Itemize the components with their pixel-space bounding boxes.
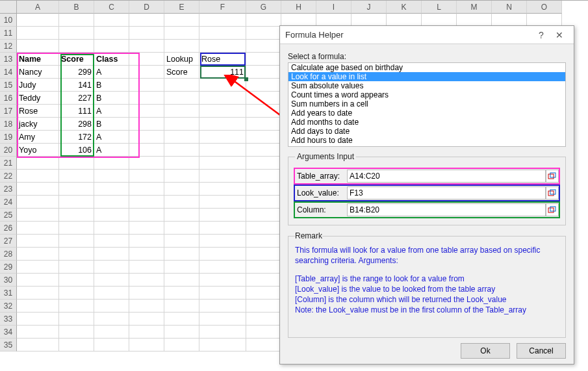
look-value-picker[interactable] <box>546 186 559 199</box>
cell-G16[interactable] <box>246 92 281 105</box>
cell-B22[interactable] <box>59 170 94 183</box>
cell-B16[interactable]: 227 <box>59 92 94 105</box>
cell-B15[interactable]: 141 <box>59 79 94 92</box>
cell-A10[interactable] <box>17 14 59 27</box>
cell-D16[interactable] <box>129 92 164 105</box>
cell-D26[interactable] <box>129 222 164 235</box>
col-C[interactable]: C <box>94 1 129 14</box>
cell-D22[interactable] <box>129 170 164 183</box>
cell-E35[interactable] <box>164 339 199 352</box>
cell-G15[interactable] <box>246 79 281 92</box>
cell-M10[interactable] <box>457 14 492 27</box>
cell-E12[interactable] <box>164 40 199 53</box>
cell-D18[interactable] <box>129 118 164 131</box>
cell-C13[interactable]: Class <box>94 53 129 66</box>
table-array-input[interactable] <box>347 170 546 183</box>
cell-A17[interactable]: Rose <box>17 105 59 118</box>
cell-I10[interactable] <box>316 14 352 27</box>
cell-F33[interactable] <box>199 313 246 326</box>
cell-C30[interactable] <box>94 274 129 287</box>
cell-E15[interactable] <box>164 79 199 92</box>
rowhead-18[interactable]: 18 <box>0 118 17 131</box>
cell-E30[interactable] <box>164 274 199 287</box>
cell-A34[interactable] <box>17 326 59 339</box>
cancel-button[interactable]: Cancel <box>517 343 566 359</box>
rowhead-34[interactable]: 34 <box>0 326 17 339</box>
cell-A11[interactable] <box>17 27 59 40</box>
rowhead-30[interactable]: 30 <box>0 274 17 287</box>
cell-B17[interactable]: 111 <box>59 105 94 118</box>
cell-E21[interactable] <box>164 157 199 170</box>
cell-A20[interactable]: Yoyo <box>17 144 59 157</box>
formula-item[interactable]: Add hours to date <box>288 136 565 145</box>
cell-E11[interactable] <box>164 27 199 40</box>
cell-E24[interactable] <box>164 196 199 209</box>
cell-G11[interactable] <box>246 27 281 40</box>
cell-C11[interactable] <box>94 27 129 40</box>
cell-G27[interactable] <box>246 235 281 248</box>
cell-F20[interactable] <box>199 144 246 157</box>
rowhead-19[interactable]: 19 <box>0 131 17 144</box>
cell-G34[interactable] <box>246 326 281 339</box>
cell-E32[interactable] <box>164 300 199 313</box>
cell-D28[interactable] <box>129 248 164 261</box>
rowhead-32[interactable]: 32 <box>0 300 17 313</box>
cell-D21[interactable] <box>129 157 164 170</box>
rowhead-31[interactable]: 31 <box>0 287 17 300</box>
cell-B30[interactable] <box>59 274 94 287</box>
cell-A31[interactable] <box>17 287 59 300</box>
cell-A16[interactable]: Teddy <box>17 92 59 105</box>
cell-F26[interactable] <box>199 222 246 235</box>
cell-F18[interactable] <box>199 118 246 131</box>
cell-G21[interactable] <box>246 157 281 170</box>
cell-D17[interactable] <box>129 105 164 118</box>
cell-E20[interactable] <box>164 144 199 157</box>
col-E[interactable]: E <box>164 1 199 14</box>
cell-O10[interactable] <box>527 14 562 27</box>
rowhead-35[interactable]: 35 <box>0 339 17 352</box>
col-L[interactable]: L <box>422 1 457 14</box>
cell-F11[interactable] <box>199 27 246 40</box>
corner[interactable] <box>0 1 17 14</box>
cell-D27[interactable] <box>129 235 164 248</box>
cell-F23[interactable] <box>199 183 246 196</box>
cell-A15[interactable]: Judy <box>17 79 59 92</box>
cell-D24[interactable] <box>129 196 164 209</box>
cell-A12[interactable] <box>17 40 59 53</box>
cell-E13[interactable]: Lookup <box>164 53 199 66</box>
rowhead-25[interactable]: 25 <box>0 209 17 222</box>
cell-F14[interactable]: 111 <box>199 66 246 79</box>
rowhead-23[interactable]: 23 <box>0 183 17 196</box>
cell-B21[interactable] <box>59 157 94 170</box>
cell-G24[interactable] <box>246 196 281 209</box>
cell-B24[interactable] <box>59 196 94 209</box>
cell-J10[interactable] <box>352 14 387 27</box>
cell-B34[interactable] <box>59 326 94 339</box>
cell-F15[interactable] <box>199 79 246 92</box>
cell-D23[interactable] <box>129 183 164 196</box>
formula-item[interactable]: Sum numbers in a cell <box>288 99 565 109</box>
look-value-input[interactable] <box>347 186 546 199</box>
cell-D34[interactable] <box>129 326 164 339</box>
col-N[interactable]: N <box>492 1 527 14</box>
formula-item[interactable]: Sum absolute values <box>288 81 565 90</box>
cell-L10[interactable] <box>422 14 457 27</box>
cell-C12[interactable] <box>94 40 129 53</box>
cell-G32[interactable] <box>246 300 281 313</box>
cell-C23[interactable] <box>94 183 129 196</box>
cell-G26[interactable] <box>246 222 281 235</box>
cell-C21[interactable] <box>94 157 129 170</box>
cell-C33[interactable] <box>94 313 129 326</box>
cell-G14[interactable] <box>246 66 281 79</box>
cell-E29[interactable] <box>164 261 199 274</box>
cell-B33[interactable] <box>59 313 94 326</box>
cell-B26[interactable] <box>59 222 94 235</box>
cell-A19[interactable]: Amy <box>17 131 59 144</box>
cell-D12[interactable] <box>129 40 164 53</box>
cell-K10[interactable] <box>387 14 422 27</box>
cell-C35[interactable] <box>94 339 129 352</box>
cell-G28[interactable] <box>246 248 281 261</box>
cell-E25[interactable] <box>164 209 199 222</box>
cell-B25[interactable] <box>59 209 94 222</box>
cell-B27[interactable] <box>59 235 94 248</box>
